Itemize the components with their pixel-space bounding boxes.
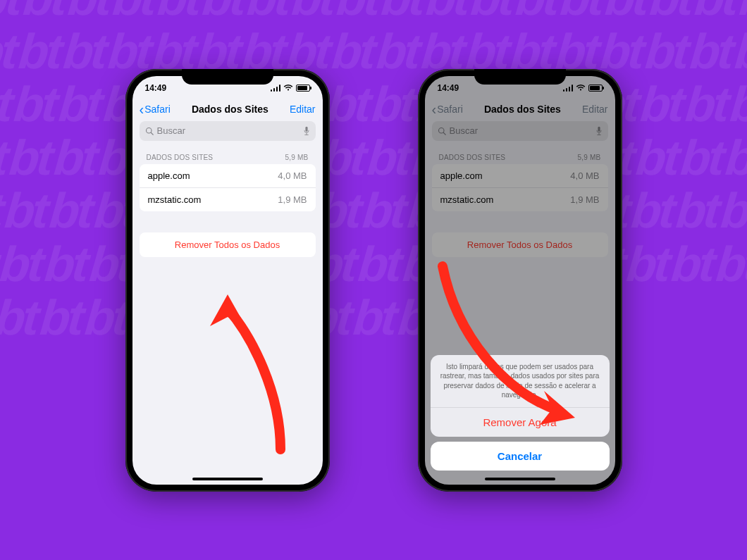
battery-icon: [296, 85, 310, 92]
wifi-icon: [283, 84, 293, 92]
back-button[interactable]: ‹ Safari: [140, 102, 171, 116]
chevron-left-icon: ‹: [140, 102, 144, 116]
site-domain: mzstatic.com: [148, 194, 202, 205]
edit-button[interactable]: Editar: [290, 104, 316, 115]
cancel-button[interactable]: Cancelar: [431, 442, 610, 471]
site-size: 1,9 MB: [278, 194, 307, 205]
notch: [182, 69, 273, 85]
search-placeholder: Buscar: [157, 125, 185, 136]
action-sheet: Isto limpará dados que podem ser usados …: [431, 355, 610, 471]
cellular-signal-icon: [271, 85, 280, 92]
search-icon: [145, 127, 154, 135]
svg-line-1: [151, 132, 153, 135]
microphone-icon[interactable]: [303, 126, 310, 136]
site-row[interactable]: apple.com 4,0 MB: [140, 164, 316, 188]
section-total: 5,9 MB: [285, 154, 309, 161]
remove-now-button[interactable]: Remover Agora: [431, 408, 610, 437]
phone-left: 14:49 ‹ Safari Dados dos Sites Editar: [125, 69, 330, 492]
site-size: 4,0 MB: [278, 170, 307, 181]
action-sheet-message: Isto limpará dados que podem ser usados …: [431, 355, 610, 408]
stage: 14:49 ‹ Safari Dados dos Sites Editar: [0, 0, 747, 560]
status-time: 14:49: [145, 83, 167, 93]
back-label: Safari: [144, 104, 171, 115]
home-indicator[interactable]: [192, 478, 263, 480]
screen-right: 14:49 ‹ Safari Dados dos Sites Editar: [425, 76, 615, 485]
screen-left: 14:49 ‹ Safari Dados dos Sites Editar: [132, 76, 323, 485]
site-list: apple.com 4,0 MB mzstatic.com 1,9 MB: [140, 164, 316, 211]
site-domain: apple.com: [148, 170, 190, 181]
search-input[interactable]: Buscar: [140, 121, 316, 141]
svg-rect-2: [305, 126, 307, 131]
home-indicator[interactable]: [485, 478, 555, 480]
annotation-arrow-left: [161, 287, 295, 463]
section-header: DADOS DOS SITES 5,9 MB: [132, 145, 323, 164]
section-title: DADOS DOS SITES: [147, 154, 214, 161]
phone-right: 14:49 ‹ Safari Dados dos Sites Editar: [418, 69, 622, 492]
site-row[interactable]: mzstatic.com 1,9 MB: [140, 188, 316, 211]
nav-bar: ‹ Safari Dados dos Sites Editar: [132, 97, 323, 121]
remove-all-data-button[interactable]: Remover Todos os Dados: [140, 232, 316, 257]
page-title: Dados dos Sites: [192, 104, 268, 115]
